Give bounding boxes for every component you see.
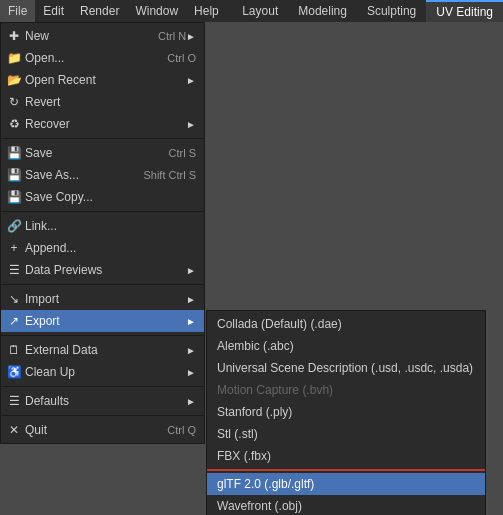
- export-alembic-label: Alembic (.abc): [217, 339, 294, 353]
- separator-1: [1, 138, 204, 139]
- menu-item-clean-up[interactable]: ♿ Clean Up ►: [1, 361, 204, 383]
- menu-file[interactable]: File: [0, 0, 35, 22]
- export-fbx[interactable]: FBX (.fbx): [207, 445, 485, 467]
- save-copy-label: Save Copy...: [25, 190, 196, 204]
- separator-6: [1, 415, 204, 416]
- menu-item-quit[interactable]: ✕ Quit Ctrl Q: [1, 419, 204, 441]
- save-icon: 💾: [5, 146, 23, 160]
- export-collada-label: Collada (Default) (.dae): [217, 317, 342, 331]
- import-label: Import: [25, 292, 186, 306]
- export-stl-label: Stl (.stl): [217, 427, 258, 441]
- menu-window[interactable]: Window: [127, 0, 186, 22]
- separator-2: [1, 211, 204, 212]
- defaults-icon: ☰: [5, 394, 23, 408]
- menu-help[interactable]: Help: [186, 0, 227, 22]
- new-shortcut: Ctrl N: [138, 30, 186, 42]
- export-label: Export: [25, 314, 186, 328]
- append-icon: +: [5, 241, 23, 255]
- tab-modeling[interactable]: Modeling: [288, 0, 357, 22]
- save-as-label: Save As...: [25, 168, 123, 182]
- open-label: Open...: [25, 51, 147, 65]
- link-label: Link...: [25, 219, 196, 233]
- clean-up-icon: ♿: [5, 365, 23, 379]
- export-stl[interactable]: Stl (.stl): [207, 423, 485, 445]
- menu-item-save-as[interactable]: 💾 Save As... Shift Ctrl S: [1, 164, 204, 186]
- open-shortcut: Ctrl O: [147, 52, 196, 64]
- export-wavefront-label: Wavefront (.obj): [217, 499, 302, 513]
- menu-render[interactable]: Render: [72, 0, 127, 22]
- menu-item-link[interactable]: 🔗 Link...: [1, 215, 204, 237]
- help-menu-label: Help: [194, 4, 219, 18]
- tab-uv-editing[interactable]: UV Editing: [426, 0, 503, 22]
- menu-item-defaults[interactable]: ☰ Defaults ►: [1, 390, 204, 412]
- export-wavefront[interactable]: Wavefront (.obj): [207, 495, 485, 515]
- open-icon: 📁: [5, 51, 23, 65]
- export-arrow: ►: [186, 316, 196, 327]
- external-data-icon: 🗒: [5, 343, 23, 357]
- recover-icon: ♻: [5, 117, 23, 131]
- menu-item-recover[interactable]: ♻ Recover ►: [1, 113, 204, 135]
- export-motion-capture: Motion Capture (.bvh): [207, 379, 485, 401]
- export-collada[interactable]: Collada (Default) (.dae): [207, 313, 485, 335]
- quit-shortcut: Ctrl Q: [147, 424, 196, 436]
- open-recent-icon: 📂: [5, 73, 23, 87]
- revert-label: Revert: [25, 95, 196, 109]
- menu-item-save-copy[interactable]: 💾 Save Copy...: [1, 186, 204, 208]
- defaults-arrow: ►: [186, 396, 196, 407]
- external-data-arrow: ►: [186, 345, 196, 356]
- menu-item-append[interactable]: + Append...: [1, 237, 204, 259]
- file-menu-label: File: [8, 4, 27, 18]
- tab-sculpting[interactable]: Sculpting: [357, 0, 426, 22]
- menu-item-import[interactable]: ↘ Import ►: [1, 288, 204, 310]
- menu-item-revert[interactable]: ↻ Revert: [1, 91, 204, 113]
- file-dropdown-menu: ✚ New Ctrl N ► 📁 Open... Ctrl O 📂 Open R…: [0, 22, 205, 444]
- save-as-icon: 💾: [5, 168, 23, 182]
- export-stanford-label: Stanford (.ply): [217, 405, 292, 419]
- import-icon: ↘: [5, 292, 23, 306]
- open-recent-arrow: ►: [186, 75, 196, 86]
- menu-item-save[interactable]: 💾 Save Ctrl S: [1, 142, 204, 164]
- menu-item-new[interactable]: ✚ New Ctrl N ►: [1, 25, 204, 47]
- separator-4: [1, 335, 204, 336]
- export-stanford[interactable]: Stanford (.ply): [207, 401, 485, 423]
- separator-3: [1, 284, 204, 285]
- data-previews-arrow: ►: [186, 265, 196, 276]
- data-previews-icon: ☰: [5, 263, 23, 277]
- save-shortcut: Ctrl S: [149, 147, 197, 159]
- edit-menu-label: Edit: [43, 4, 64, 18]
- menu-item-export[interactable]: ↗ Export ► Collada (Default) (.dae) Alem…: [1, 310, 204, 332]
- save-label: Save: [25, 146, 149, 160]
- menu-edit[interactable]: Edit: [35, 0, 72, 22]
- data-previews-label: Data Previews: [25, 263, 186, 277]
- window-menu-label: Window: [135, 4, 178, 18]
- tab-layout[interactable]: Layout: [232, 0, 288, 22]
- menu-item-open-recent[interactable]: 📂 Open Recent ►: [1, 69, 204, 91]
- menu-item-data-previews[interactable]: ☰ Data Previews ►: [1, 259, 204, 281]
- new-icon: ✚: [5, 29, 23, 43]
- export-usd-label: Universal Scene Description (.usd, .usdc…: [217, 361, 473, 375]
- append-label: Append...: [25, 241, 196, 255]
- recover-arrow: ►: [186, 119, 196, 130]
- revert-icon: ↻: [5, 95, 23, 109]
- recover-label: Recover: [25, 117, 186, 131]
- export-gltf[interactable]: glTF 2.0 (.glb/.gltf): [207, 473, 485, 495]
- export-alembic[interactable]: Alembic (.abc): [207, 335, 485, 357]
- export-submenu: Collada (Default) (.dae) Alembic (.abc) …: [206, 310, 486, 515]
- menu-item-external-data[interactable]: 🗒 External Data ►: [1, 339, 204, 361]
- defaults-label: Defaults: [25, 394, 186, 408]
- separator-5: [1, 386, 204, 387]
- save-as-shortcut: Shift Ctrl S: [123, 169, 196, 181]
- link-icon: 🔗: [5, 219, 23, 233]
- export-gltf-label: glTF 2.0 (.glb/.gltf): [217, 477, 314, 491]
- menu-item-open[interactable]: 📁 Open... Ctrl O: [1, 47, 204, 69]
- export-icon: ↗: [5, 314, 23, 328]
- render-menu-label: Render: [80, 4, 119, 18]
- new-label: New: [25, 29, 138, 43]
- top-menubar: File Edit Render Window Help Layout Mode…: [0, 0, 503, 22]
- export-red-separator: [207, 469, 485, 471]
- export-usd[interactable]: Universal Scene Description (.usd, .usdc…: [207, 357, 485, 379]
- import-arrow: ►: [186, 294, 196, 305]
- open-recent-label: Open Recent: [25, 73, 186, 87]
- clean-up-label: Clean Up: [25, 365, 186, 379]
- clean-up-arrow: ►: [186, 367, 196, 378]
